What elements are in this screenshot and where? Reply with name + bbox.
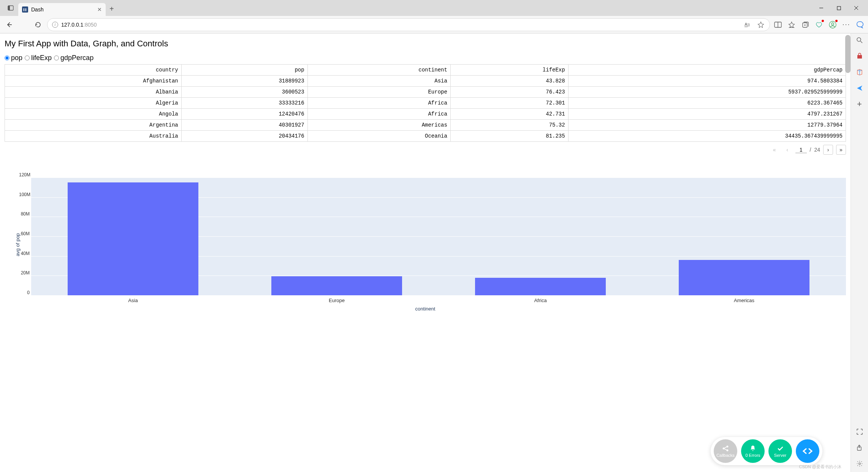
browser-essentials-icon[interactable] [815, 21, 823, 29]
window-close-button[interactable] [847, 2, 865, 14]
favorite-star-icon[interactable] [757, 21, 765, 29]
url-text: 127.0.0.1:8050 [61, 22, 97, 28]
read-aloud-icon[interactable]: A)) [743, 21, 751, 29]
browser-toolbar: i 127.0.0.1:8050 A)) ··· [0, 16, 868, 33]
svg-rect-3 [837, 6, 841, 10]
window-titlebar: ⫿⫿ Dash ✕ + [0, 0, 868, 16]
menu-icon[interactable]: ··· [842, 21, 851, 29]
collections-icon[interactable] [801, 21, 809, 29]
tab-close-icon[interactable]: ✕ [97, 6, 102, 13]
new-tab-button[interactable]: + [109, 5, 114, 13]
nav-forward-button[interactable] [18, 19, 29, 30]
svg-rect-1 [8, 6, 10, 10]
split-screen-icon[interactable] [774, 21, 782, 29]
favorites-icon[interactable] [787, 21, 796, 29]
tab-overview-icon[interactable] [5, 3, 16, 13]
tab-title: Dash [31, 6, 44, 13]
address-bar[interactable]: i 127.0.0.1:8050 A)) [47, 18, 770, 31]
site-info-icon[interactable]: i [52, 22, 58, 28]
window-minimize-button[interactable] [813, 2, 830, 14]
browser-tab[interactable]: ⫿⫿ Dash ✕ [18, 3, 106, 16]
tab-favicon-icon: ⫿⫿ [22, 6, 28, 13]
nav-back-button[interactable] [4, 19, 14, 30]
profile-icon[interactable] [828, 21, 837, 29]
svg-point-14 [832, 23, 834, 25]
window-maximize-button[interactable] [830, 2, 847, 14]
copilot-icon[interactable] [856, 21, 864, 29]
nav-reload-button[interactable] [33, 19, 43, 30]
